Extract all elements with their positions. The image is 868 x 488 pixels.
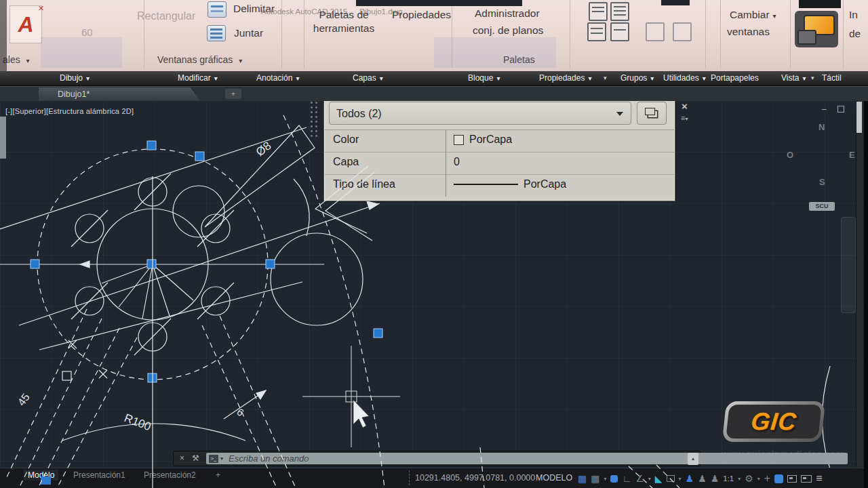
command-prompt-icon[interactable]: >_ [209,455,218,463]
panel-bloque[interactable]: Bloque [468,73,500,83]
palette-grip-dots[interactable] [309,100,320,138]
autocad-logo[interactable]: A [9,5,42,43]
compass-south[interactable]: S [819,177,825,187]
command-input[interactable] [227,453,848,464]
clean-screen-icon[interactable] [774,474,783,483]
layout-tab-presentacion1[interactable]: Presentación1 [69,470,130,481]
properties-palette-button[interactable]: Propiedades [392,8,451,22]
new-layout-button[interactable]: + [212,470,224,481]
layout-tab-presentacion2[interactable]: Presentación2 [140,470,200,481]
toolpalette-small-icon[interactable] [589,2,608,21]
panel-portapapeles[interactable]: Portapapeles [711,73,759,83]
switch-windows-line1[interactable]: Cambiar [730,8,776,22]
dynamic-input-icon[interactable] [610,475,618,483]
annotation-autoscale-icon[interactable]: ♟ [698,474,707,483]
customize-quick-properties-button[interactable] [637,102,667,125]
panel-propiedades[interactable]: Propiedades [539,73,591,83]
vertical-scrollbar-thumb[interactable] [856,102,862,133]
viewport-controls-label[interactable]: [-][Superior][Estructura alámbrica 2D] [5,107,134,115]
chevron-down-icon[interactable]: ▾ [757,476,760,482]
property-value-linetype[interactable]: PorCapa [454,178,566,190]
property-label: Capa [333,156,359,168]
sheet-set-manager-line2[interactable]: conj. de planos [473,24,543,37]
chevron-down-icon[interactable]: ▾ [648,476,651,482]
property-row-linetype: Tipo de línea PorCapa [325,174,674,197]
clipboard-user-icon[interactable] [610,22,629,41]
calendar-icon[interactable] [610,2,629,21]
tool-palettes-button[interactable]: Paletas de herramientas [307,8,381,35]
navigation-bar[interactable] [841,217,856,313]
property-value-capa[interactable]: 0 [454,156,460,168]
property-value-color[interactable]: PorCapa [454,134,512,146]
ortho-icon[interactable]: ∟ [622,474,631,483]
palettes-group-label: Paletas [503,54,535,65]
annotation-visibility-icon[interactable]: ♟ [686,474,694,483]
chevron-down-icon[interactable]: ▾ [220,455,223,462]
property-row-capa: Capa 0 [325,152,674,175]
chevron-down-icon[interactable]: ▾ [738,476,741,482]
switch-windows-line2[interactable]: ventanas [727,25,770,39]
annotation-scale-value[interactable]: 1:1 [723,474,734,483]
isolate-objects-icon[interactable] [787,475,797,483]
quick-properties-settings-icon [645,108,655,115]
panel-capas[interactable]: Capas [353,73,383,83]
panel-modificar[interactable]: Modificar [178,73,218,83]
video-artifact [356,0,522,6]
panel-tactil[interactable]: Táctil [822,73,842,83]
ribbon-collapse-chevron[interactable]: ▾ [811,75,814,81]
panel-dibujo[interactable]: Dibujo [60,73,90,83]
trim-icon[interactable] [208,1,226,18]
annotation-monitor-icon[interactable]: + [764,473,770,484]
snap-icon[interactable]: ▦ [591,474,599,483]
chevron-down-icon[interactable]: ▾ [604,476,606,482]
display-icon[interactable] [801,475,812,483]
offset-value-label: 60 [81,26,93,39]
lamp-icon[interactable] [673,22,692,41]
model-space-button[interactable]: MODELO [536,473,572,483]
minimize-icon[interactable]: – [822,104,827,114]
panel-overflow-chevron[interactable]: ▾ [604,75,607,81]
new-drawing-tab-button[interactable]: + [225,89,241,99]
property-row-color: Color PorCapa [325,129,674,152]
join-button[interactable]: Juntar [234,26,263,40]
restore-icon[interactable] [837,106,844,113]
panel-grupos[interactable]: Grupos [620,73,654,83]
customization-menu-icon[interactable]: ≡ [816,473,822,484]
personal-group-label[interactable]: ales [3,54,30,65]
vertical-scrollbar-track[interactable] [856,100,863,468]
color-swatch-icon [454,135,464,145]
face-circle-icon[interactable] [646,22,665,41]
workspace-gear-icon[interactable]: ⚙ [745,474,753,483]
ribbon-separator [790,0,791,68]
compass-west[interactable]: O [787,150,793,160]
gic-logo: GIC [722,401,825,442]
ucs-button[interactable]: SCU [809,202,835,211]
compass-east[interactable]: E [849,150,855,160]
grid-icon[interactable]: ▦ [578,474,587,483]
sheet-set-manager-line1[interactable]: Administrador [475,7,540,20]
status-divider [409,470,410,485]
object-type-dropdown[interactable]: Todos (2) [329,102,631,125]
command-close-icon[interactable]: × [180,453,184,463]
chevron-down-icon[interactable]: ▾ [679,476,682,482]
viewports-group-label[interactable]: Ventanas gráficas [157,54,242,65]
quick-properties-header: Todos (2) [325,98,674,130]
command-history-up-icon[interactable]: ▴ [688,453,698,465]
isodraft-icon[interactable]: ◣ [655,474,663,483]
palette-close-icon[interactable]: × [682,100,688,112]
polar-tracking-icon[interactable]: ∠ [635,474,644,483]
object-snap-icon[interactable] [667,475,675,482]
window-tile-icon[interactable] [795,11,838,47]
wrench-icon[interactable]: ⚒ [192,453,199,463]
panel-vista[interactable]: Vista [781,73,806,83]
palette-menu-icon[interactable]: ≡▾ [681,114,688,122]
annotation-scale-icon[interactable]: ♟ [711,474,719,483]
join-icon[interactable] [207,25,226,41]
sheetset-grid-icon[interactable] [587,22,606,41]
panel-anotacion[interactable]: Anotación [256,73,299,83]
file-tab-dibujo1[interactable]: Dibujo1* [39,87,200,101]
compass-north[interactable]: N [818,122,825,132]
status-toggle-icons: ▦ ▦ ▾ ∟ ∠ ▾ ◣ ▾ ♟ ♟ ♟ 1:1 ▾ ⚙ ▾ + ≡ [578,470,865,487]
panel-utilidades[interactable]: Utilidades [663,73,706,83]
ui-fragment-1: In [849,8,858,22]
